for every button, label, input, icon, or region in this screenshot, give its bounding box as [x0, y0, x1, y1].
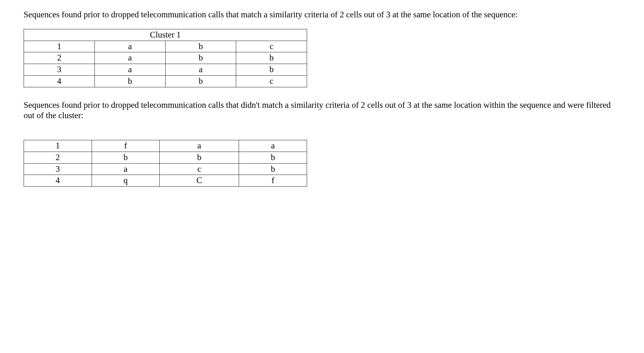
- table-row: 1 f a a: [24, 140, 307, 152]
- table1-header: Cluster 1: [24, 29, 307, 41]
- cell: b: [165, 75, 236, 87]
- cell: 2: [24, 52, 95, 64]
- cell: a: [239, 140, 307, 152]
- cell: c: [236, 41, 307, 52]
- table-row: 2 a b b: [24, 52, 307, 64]
- cell: 3: [24, 163, 92, 175]
- cell: a: [165, 64, 236, 76]
- cell: b: [236, 52, 307, 64]
- cell: 1: [24, 41, 95, 52]
- cell: b: [165, 52, 236, 64]
- cell: b: [236, 64, 307, 76]
- table-row: 4 q C f: [24, 175, 307, 187]
- cell: b: [239, 163, 307, 175]
- intro-paragraph-2: Sequences found prior to dropped telecom…: [24, 100, 620, 121]
- table-row: 3 a c b: [24, 163, 307, 175]
- cell: c: [236, 75, 307, 87]
- cell: 2: [24, 152, 92, 163]
- cell: 1: [24, 140, 92, 152]
- cell: b: [165, 41, 236, 52]
- filtered-table-2: 1 f a a 2 b b b 3 a c b 4 q C f: [24, 140, 307, 187]
- cell: f: [239, 175, 307, 187]
- cell: 4: [24, 75, 95, 87]
- cell: C: [160, 175, 239, 187]
- cell: a: [94, 64, 165, 76]
- table-row: 2 b b b: [24, 152, 307, 163]
- cell: 4: [24, 175, 92, 187]
- table-row: 1 a b c: [24, 41, 307, 52]
- cell: f: [92, 140, 160, 152]
- cell: c: [160, 163, 239, 175]
- table-row: 4 b b c: [24, 75, 307, 87]
- cell: a: [160, 140, 239, 152]
- cell: b: [239, 152, 307, 163]
- cell: b: [92, 152, 160, 163]
- cluster-table-1: Cluster 1 1 a b c 2 a b b 3 a a b 4 b b …: [24, 29, 307, 87]
- cell: b: [160, 152, 239, 163]
- cell: q: [92, 175, 160, 187]
- table-row: 3 a a b: [24, 64, 307, 76]
- cell: a: [92, 163, 160, 175]
- cell: b: [94, 75, 165, 87]
- intro-paragraph-1: Sequences found prior to dropped telecom…: [24, 9, 620, 20]
- cell: 3: [24, 64, 95, 76]
- cell: a: [94, 52, 165, 64]
- cell: a: [94, 41, 165, 52]
